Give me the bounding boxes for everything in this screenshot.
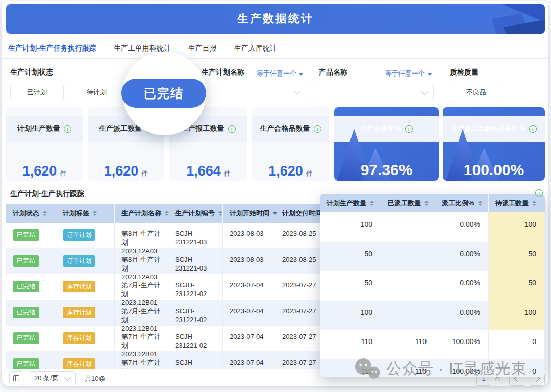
dispatch-ratio-cell: 0.00%	[435, 271, 489, 301]
status-filter-pending[interactable]: 待计划	[70, 85, 123, 100]
plan-name-operator[interactable]: 等于任意一个	[257, 69, 303, 78]
info-icon[interactable]	[314, 125, 321, 133]
dispatch-ratio-cell: 0.00%	[435, 242, 489, 272]
qc-defective-button[interactable]: 不良品	[450, 85, 502, 100]
sort-icon	[93, 211, 97, 216]
col-header-dispatched-qty[interactable]: 已派工数量	[381, 194, 435, 212]
table-row: 100 0.00% 100	[320, 301, 545, 330]
page-title: 生产数据统计	[6, 4, 545, 34]
pending-qty-cell: 100	[489, 212, 545, 242]
table-row: 50 0.00% 50	[320, 242, 545, 272]
stat-card-planned-qty: 计划生产数量 1,620件	[6, 107, 83, 181]
planned-qty-cell: 50	[320, 271, 381, 301]
info-icon[interactable]	[405, 125, 413, 133]
plan-name-cell: 第8月-生产计划2023.12A03	[115, 249, 168, 275]
info-icon[interactable]	[228, 125, 236, 133]
plan-name-cell: 第8月-生产计划2023.12A03	[115, 223, 168, 248]
qc-quality-label: 质检质量	[450, 68, 479, 77]
pending-qty-cell: 0	[489, 330, 545, 359]
tag-badge: 库存计划	[63, 358, 95, 369]
dispatch-detail-panel: 计划生产数量 已派工数量 派工比例% 待派工数量 100 0.00% 100 5…	[320, 194, 545, 377]
dispatched-qty-cell	[381, 301, 435, 330]
pending-qty-cell: 100	[489, 301, 545, 330]
stat-card-pass-rate: 生产合格率 % 97.36%	[334, 107, 439, 181]
status-badge: 已完结	[13, 332, 39, 344]
tag-badge: 库存计划	[63, 281, 95, 292]
status-badge: 已完结	[13, 281, 39, 292]
start-date-cell: 2023-08-03	[223, 223, 276, 248]
product-name-label: 产品名称	[319, 68, 347, 77]
page-content: 生产数据统计 生产计划-生产任务执行跟踪 生产工单用料统计 生产日报 生产入库统…	[0, 0, 551, 392]
total-count: 共10条	[85, 374, 105, 383]
dispatched-qty-cell	[381, 242, 435, 272]
column-settings-icon	[13, 375, 19, 381]
col-header-pending-qty[interactable]: 待派工数量	[489, 194, 545, 212]
plan-code-cell: SCJH-231221-02	[168, 352, 223, 369]
table-row: 100 0.00% 100	[320, 212, 545, 242]
plan-name-select[interactable]	[202, 85, 306, 100]
status-filter-planned[interactable]: 已计划	[10, 85, 64, 100]
tab-warehouse-stats[interactable]: 生产入库统计	[234, 44, 277, 59]
plan-name-cell: 第7月-生产计划2023.12B01	[115, 274, 168, 300]
product-name-operator[interactable]: 等于任意一个	[385, 69, 432, 78]
panel-body: 100 0.00% 100 50 0.00% 50 50 0.00% 50	[320, 212, 545, 377]
product-name-select[interactable]	[319, 85, 434, 100]
planned-qty-cell: 100	[320, 301, 381, 330]
status-badge: 已完结	[13, 255, 39, 267]
panel-header-row: 计划生产数量 已派工数量 派工比例% 待派工数量	[320, 194, 545, 212]
dispatch-ratio-cell: 0.00%	[435, 301, 489, 330]
sort-icon	[43, 211, 47, 216]
stat-card-qualified-qty: 生产合格品数量 1,620件	[252, 107, 329, 181]
col-header-dispatch-ratio[interactable]: 派工比例%	[435, 194, 489, 212]
start-date-cell: 2023-07-04	[223, 352, 276, 369]
plan-name-label: 生产计划名称	[202, 68, 244, 77]
chevron-down-icon	[64, 374, 71, 381]
sort-icon	[424, 201, 429, 206]
plan-status-label: 生产计划状态	[10, 68, 53, 77]
chevron-down-icon	[421, 88, 428, 95]
plan-code-cell: SCJH-231221-03	[168, 249, 223, 275]
tag-badge: 库存计划	[63, 307, 95, 318]
tab-daily-report[interactable]: 生产日报	[188, 44, 217, 59]
plan-name-cell: 第7月-生产计划2023.12B01	[115, 300, 168, 326]
watermark: 公众号 · IT灵感光束	[354, 358, 527, 379]
watermark-text: 公众号 · IT灵感光束	[386, 358, 527, 379]
tag-badge: 订单计划	[63, 229, 95, 241]
col-header-planned-qty[interactable]: 计划生产数量	[320, 194, 381, 212]
section-title: 生产计划-生产执行跟踪	[10, 189, 84, 199]
planned-qty-cell: 50	[320, 242, 381, 272]
dispatch-ratio-cell: 100.00%	[435, 330, 489, 359]
col-header-plan-code[interactable]: 生产计划编号	[168, 204, 223, 223]
sort-icon	[218, 211, 222, 216]
stat-card-dispatch-progress: 生产派工目标完成进度 % 100.00%	[443, 107, 545, 181]
sort-icon	[532, 201, 536, 206]
plan-code-cell: SCJH-231221-02	[168, 300, 223, 326]
col-header-plan-tag[interactable]: 计划标签	[56, 204, 115, 223]
start-date-cell: 2023-07-04	[223, 326, 276, 351]
status-filter-completed-selected[interactable]: 已完结	[121, 79, 206, 108]
info-icon[interactable]	[529, 125, 537, 133]
column-settings-button[interactable]	[9, 371, 23, 385]
tag-badge: 库存计划	[63, 332, 95, 344]
section-info-icon[interactable]	[535, 189, 543, 197]
col-header-start-date[interactable]: 计划开始时间	[223, 204, 276, 223]
col-header-plan-status[interactable]: 计划状态	[6, 204, 56, 223]
table-row: 110 110 100.00% 0	[320, 330, 545, 359]
plan-code-cell: SCJH-231221-02	[168, 274, 223, 300]
plan-name-cell: 第7月-生产计划2023.12B01	[115, 326, 168, 351]
start-date-cell: 2023-07-04	[223, 300, 276, 326]
header-banner: 生产数据统计	[6, 4, 545, 34]
plan-code-cell: SCJH-231221-02	[168, 326, 223, 351]
planned-qty-cell: 110	[320, 330, 381, 359]
tab-production-plan-tracking[interactable]: 生产计划-生产任务执行跟踪	[8, 44, 96, 59]
start-date-cell: 2023-08-03	[223, 249, 276, 275]
sort-icon	[370, 201, 374, 206]
page-size-select[interactable]: 20 条/页	[29, 371, 76, 385]
sort-icon	[478, 201, 482, 206]
tag-badge: 订单计划	[63, 255, 95, 267]
planned-qty-cell: 100	[320, 212, 381, 242]
info-icon[interactable]	[64, 125, 71, 133]
col-header-plan-name[interactable]: 生产计划名称	[115, 204, 168, 223]
start-date-cell: 2023-07-04	[223, 274, 276, 300]
pending-qty-cell: 50	[489, 242, 545, 272]
